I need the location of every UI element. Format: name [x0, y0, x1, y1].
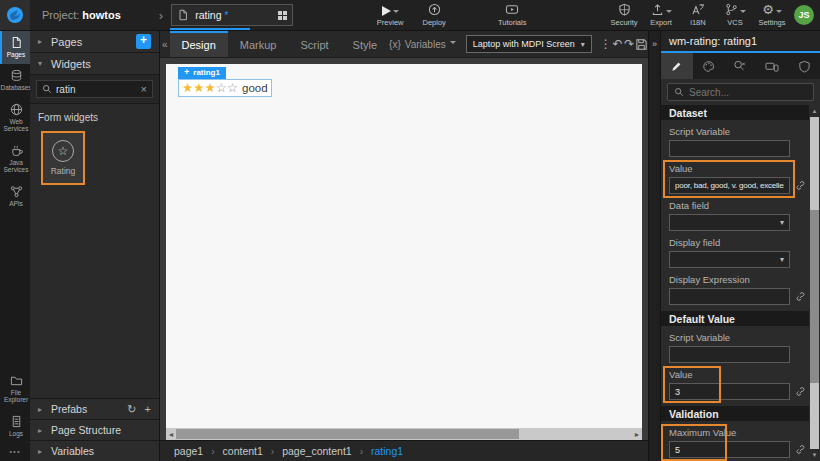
export-button[interactable]: Export — [646, 0, 676, 30]
more-options-kebab-icon[interactable]: ⋮ — [600, 37, 612, 51]
rail-item-java-services[interactable]: Java Services — [0, 139, 30, 180]
breadcrumb-content1[interactable]: content1 — [223, 445, 263, 457]
path-chevron-icon: › — [159, 8, 163, 23]
maximum-value-input[interactable] — [669, 441, 790, 458]
dashboard-grid-icon[interactable] — [278, 11, 287, 20]
wavemaker-logo-icon — [6, 6, 24, 24]
rail-label: Databases — [0, 84, 31, 91]
properties-search-box[interactable] — [667, 83, 814, 101]
rail-item-logs[interactable]: Logs — [0, 410, 30, 443]
tab-events[interactable] — [725, 53, 757, 79]
left-panel: ▸ Pages + ▾ Widgets × Form widg — [30, 31, 160, 461]
scroll-down-arrow-icon[interactable]: ▼ — [812, 449, 818, 461]
pages-section-header[interactable]: ▸ Pages + — [30, 31, 159, 53]
bind-link-icon[interactable] — [795, 386, 807, 398]
rail-item-file-explorer[interactable]: File Explorer — [0, 369, 30, 410]
dataset-value-input[interactable] — [669, 177, 790, 194]
default-value-input[interactable] — [669, 383, 790, 400]
move-handle-icon[interactable]: + — [184, 68, 189, 76]
filled-stars[interactable]: ★★★ — [182, 80, 216, 95]
tab-markup[interactable]: Markup — [228, 31, 289, 57]
rating1-widget[interactable]: + rating1 ★★★ ☆☆ good — [178, 65, 272, 97]
breadcrumb-separator-icon: › — [271, 446, 274, 457]
display-expression-input[interactable] — [669, 288, 790, 305]
default-script-variable-input[interactable] — [669, 346, 790, 363]
refresh-prefabs-icon[interactable]: ↻ — [127, 403, 136, 416]
variables-button-label: Variables — [405, 39, 446, 50]
collapse-right-panel-button[interactable]: » — [648, 31, 660, 461]
tab-security[interactable] — [788, 53, 820, 79]
wavemaker-logo[interactable] — [0, 0, 30, 30]
rail-item-databases[interactable]: Databases — [0, 64, 30, 97]
scroll-right-arrow-icon[interactable]: ► — [632, 431, 642, 438]
user-avatar[interactable]: JS — [794, 5, 814, 25]
security-button[interactable]: Security — [609, 0, 639, 30]
field-label: Value — [669, 369, 801, 380]
widgets-section-header[interactable]: ▾ Widgets — [30, 53, 159, 75]
chevron-down-icon — [393, 10, 399, 13]
widget-search-input[interactable] — [56, 84, 137, 95]
tab-script[interactable]: Script — [288, 31, 340, 57]
script-variable-input[interactable] — [669, 140, 790, 157]
tutorials-button[interactable]: Tutorials — [497, 0, 527, 30]
scrollbar-thumb[interactable] — [176, 429, 519, 439]
scroll-left-arrow-icon[interactable]: ◄ — [166, 431, 176, 438]
clear-search-icon[interactable]: × — [141, 83, 147, 95]
selected-widget-label[interactable]: + rating1 — [178, 67, 226, 79]
tab-style[interactable]: Style — [341, 31, 389, 57]
scrollbar-track[interactable] — [810, 117, 819, 449]
open-page-tab[interactable]: rating * — [171, 4, 293, 26]
shield-icon — [618, 3, 631, 16]
dataset-section-header[interactable]: Dataset — [661, 105, 809, 120]
tab-styles[interactable] — [693, 53, 725, 79]
data-field-select[interactable]: ▾ — [669, 214, 790, 231]
collapse-left-panel-button[interactable]: « — [160, 39, 170, 50]
widget-results-area: Form widgets ☆ Rating — [30, 104, 159, 398]
validation-section-header[interactable]: Validation — [661, 406, 809, 421]
scroll-up-arrow-icon[interactable]: ▲ — [812, 105, 818, 117]
empty-stars[interactable]: ☆☆ — [216, 80, 238, 95]
bind-link-icon[interactable] — [795, 444, 807, 456]
page-canvas[interactable]: + rating1 ★★★ ☆☆ good — [166, 64, 642, 428]
tab-design[interactable]: Design — [170, 31, 228, 57]
widget-search-box[interactable]: × — [36, 80, 153, 98]
properties-vertical-scrollbar[interactable]: ▲ ▼ — [809, 105, 820, 461]
device-selector[interactable]: Laptop with MDPI Screen ▾ — [466, 35, 592, 53]
breadcrumb-page1[interactable]: page1 — [174, 445, 203, 457]
preview-button[interactable]: Preview — [375, 0, 405, 30]
variables-button[interactable]: {x} Variables — [389, 39, 456, 50]
settings-button[interactable]: ⚙ Settings — [757, 0, 787, 30]
prefabs-section-header[interactable]: ▸ Prefabs ↻ + — [30, 398, 159, 419]
variables-section-header[interactable]: ▸ Variables — [30, 440, 159, 461]
rail-overflow-icon[interactable]: ••• — [0, 443, 30, 461]
gear-icon: ⚙ — [762, 4, 774, 16]
page-structure-section-header[interactable]: ▸ Page Structure — [30, 419, 159, 440]
add-prefab-icon[interactable]: + — [145, 403, 151, 416]
chevron-down-icon — [776, 10, 782, 13]
bind-link-icon[interactable] — [795, 180, 807, 192]
tutorials-video-icon — [505, 3, 519, 16]
rail-item-web-services[interactable]: Web Services — [0, 98, 30, 139]
scrollbar-thumb[interactable] — [810, 210, 819, 383]
security-label: Security — [610, 18, 637, 27]
rail-item-apis[interactable]: APIs — [0, 180, 30, 213]
bind-link-icon[interactable] — [795, 291, 807, 303]
canvas-horizontal-scrollbar[interactable]: ◄ ► — [166, 428, 642, 440]
properties-search-input[interactable] — [689, 87, 807, 98]
tab-devices[interactable] — [756, 53, 788, 79]
rating-widget-body[interactable]: ★★★ ☆☆ good — [178, 79, 272, 97]
rail-item-pages[interactable]: Pages — [0, 31, 30, 64]
tab-properties[interactable] — [661, 53, 693, 79]
undo-button[interactable]: ↶ — [612, 37, 624, 51]
deploy-button[interactable]: Deploy — [419, 0, 449, 30]
default-value-section-header[interactable]: Default Value — [661, 311, 809, 326]
breadcrumb-rating1-active[interactable]: rating1 — [371, 445, 403, 457]
save-button[interactable] — [635, 38, 648, 51]
redo-button[interactable]: ↷ — [623, 37, 635, 51]
vcs-button[interactable]: VCS — [720, 0, 750, 30]
display-field-select[interactable]: ▾ — [669, 251, 790, 268]
breadcrumb-page-content1[interactable]: page_content1 — [282, 445, 351, 457]
add-page-button[interactable]: + — [136, 34, 151, 49]
rating-widget-tile[interactable]: ☆ Rating — [41, 131, 85, 185]
i18n-button[interactable]: i18N — [683, 0, 713, 30]
